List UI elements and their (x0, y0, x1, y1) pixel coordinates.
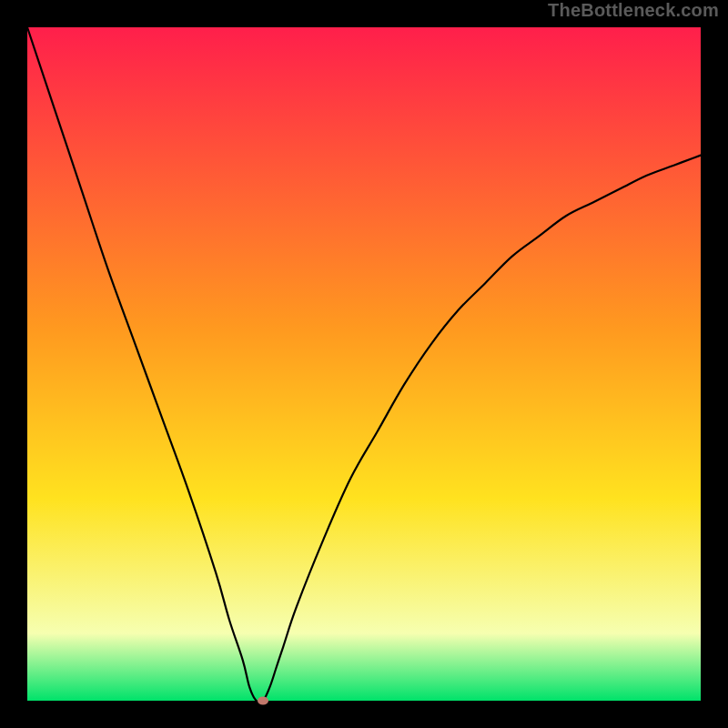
optimal-point-marker (258, 697, 268, 705)
watermark-text: TheBottleneck.com (548, 0, 719, 21)
frame-bottom (0, 701, 728, 728)
frame-left (0, 0, 27, 728)
frame-right (701, 0, 728, 728)
bottleneck-chart (0, 0, 728, 728)
chart-container: { "watermark": "TheBottleneck.com", "col… (0, 0, 728, 728)
plot-gradient (27, 27, 701, 701)
